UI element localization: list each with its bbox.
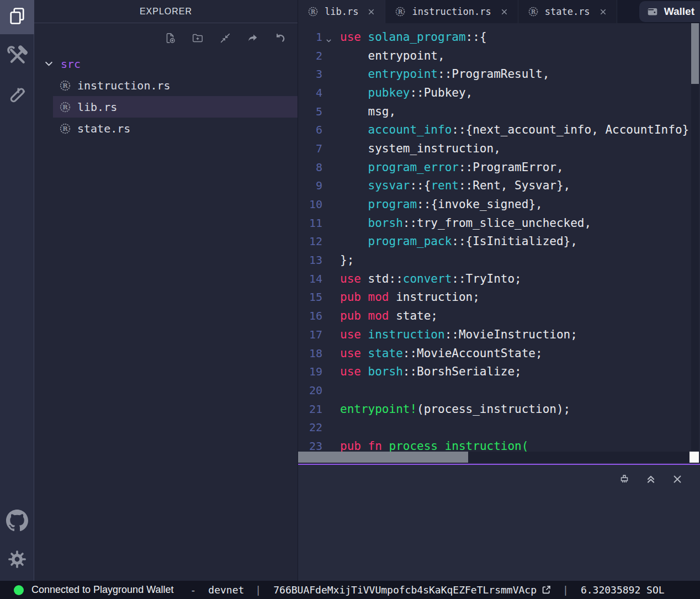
svg-text:R: R [311, 8, 316, 15]
file-tree: src Rinstruction.rsRlib.rsRstate.rs [34, 53, 298, 139]
tab-close-icon[interactable] [367, 8, 375, 16]
cluster-name[interactable]: devnet [208, 584, 244, 596]
tree-file-state.rs[interactable]: Rstate.rs [53, 118, 298, 139]
close-terminal-button[interactable] [671, 473, 683, 485]
fold-gutter [322, 214, 335, 232]
code-text: use std::convert::TryInto; [335, 272, 522, 285]
explorer-toolbar [34, 23, 298, 49]
tab-close-icon[interactable] [500, 8, 508, 16]
chevron-down-icon [44, 59, 54, 68]
code-text: entrypoint!(process_instruction); [335, 402, 570, 416]
svg-text:R: R [398, 8, 403, 15]
line-number: 2 [298, 49, 322, 62]
main-area: Rlib.rsRinstruction.rsRstate.rs Wallet 1… [298, 0, 700, 581]
terminal-panel [298, 464, 700, 581]
sidebar-item-explorer[interactable] [0, 0, 34, 34]
tab-lib.rs[interactable]: Rlib.rs [298, 0, 385, 23]
wallet-icon [646, 6, 659, 18]
code-line: 19use borsh::BorshSerialize; [298, 362, 691, 381]
collapse-folders-icon [219, 32, 231, 44]
file-label: lib.rs [77, 100, 117, 114]
github-icon [6, 510, 28, 534]
code-line: 18use state::MovieAccountState; [298, 344, 691, 363]
new-folder-button[interactable] [192, 32, 204, 44]
tree-folder-src[interactable]: src [34, 53, 298, 75]
code-line: 17use instruction::MovieInstruction; [298, 325, 691, 344]
code-editor[interactable]: 1use solana_program::{2 entrypoint,3 ent… [298, 23, 700, 464]
explorer-header: EXPLORER [34, 0, 298, 23]
files-icon [7, 6, 27, 28]
tab-instruction.rs[interactable]: Rinstruction.rs [385, 0, 518, 23]
solana-playground-window: EXPLORER [0, 0, 700, 599]
workbench: EXPLORER [0, 0, 700, 581]
line-number: 9 [298, 179, 322, 192]
rust-file-icon: R [59, 123, 71, 135]
undo-button[interactable] [274, 32, 287, 44]
line-number: 3 [298, 67, 322, 81]
code-text: system_instruction, [335, 142, 501, 155]
double-chevron-up-icon [645, 473, 657, 485]
code-text: use instruction::MovieInstruction; [335, 328, 577, 341]
maximize-terminal-button[interactable] [645, 473, 657, 485]
tab-strip: Rlib.rsRinstruction.rsRstate.rs [298, 0, 617, 23]
fold-gutter [322, 288, 335, 307]
fold-gutter [322, 306, 335, 325]
share-icon [247, 32, 259, 44]
tree-files: Rinstruction.rsRlib.rsRstate.rs [34, 75, 298, 139]
external-link-icon[interactable] [541, 585, 551, 595]
clear-terminal-button[interactable] [618, 473, 630, 485]
tree-file-lib.rs[interactable]: Rlib.rs [53, 96, 298, 118]
wallet-label: Wallet [664, 6, 694, 18]
line-number: 21 [298, 402, 322, 416]
code-line: 9 sysvar::{rent::Rent, Sysvar}, [298, 177, 691, 195]
fold-chevron-icon[interactable] [322, 28, 335, 46]
new-folder-icon [192, 32, 204, 44]
tab-state.rs[interactable]: Rstate.rs [518, 0, 617, 23]
code-line: 10 program::{invoke_signed}, [298, 195, 691, 214]
vertical-scrollbar[interactable] [691, 23, 699, 452]
rust-file-icon: R [307, 6, 319, 17]
line-number: 8 [298, 161, 322, 174]
separator: | [563, 584, 569, 596]
sidebar-item-build[interactable] [0, 40, 34, 74]
code-text: }; [335, 253, 354, 267]
file-label: instruction.rs [77, 79, 171, 92]
fold-gutter [322, 362, 335, 381]
wallet-button[interactable]: Wallet [639, 1, 700, 22]
sidebar-item-github[interactable] [0, 505, 34, 539]
test-tube-icon [6, 84, 28, 109]
share-button[interactable] [247, 32, 259, 44]
line-number: 23 [298, 439, 322, 453]
code-line: 11 borsh::try_from_slice_unchecked, [298, 214, 691, 232]
new-file-button[interactable] [164, 32, 176, 44]
svg-text:R: R [531, 8, 535, 15]
horizontal-scrollbar-thumb[interactable] [298, 452, 468, 463]
code-line: 15pub mod instruction; [298, 288, 691, 307]
fold-gutter [322, 65, 335, 83]
activity-bar [0, 0, 34, 581]
new-file-icon [164, 32, 176, 44]
svg-text:R: R [62, 103, 68, 110]
horizontal-scrollbar[interactable] [298, 452, 690, 463]
sidebar-item-test[interactable] [0, 79, 34, 114]
fold-gutter [322, 418, 335, 437]
sidebar-item-settings[interactable] [0, 543, 34, 577]
file-label: state.rs [77, 122, 130, 135]
code-text: pub mod instruction; [335, 290, 480, 304]
line-number: 10 [298, 198, 322, 211]
line-number: 11 [298, 216, 322, 230]
tree-file-instruction.rs[interactable]: Rinstruction.rs [53, 75, 298, 96]
line-number: 22 [298, 421, 322, 434]
line-number: 12 [298, 235, 322, 248]
fold-gutter [322, 344, 335, 363]
tab-close-icon[interactable] [599, 8, 607, 16]
line-number: 1 [298, 30, 322, 44]
line-number: 19 [298, 365, 322, 378]
line-number: 20 [298, 384, 322, 397]
fold-gutter [322, 83, 335, 102]
collapse-folders-button[interactable] [219, 32, 231, 44]
line-number: 16 [298, 309, 322, 322]
code-line: 5 msg, [298, 102, 691, 121]
wallet-address: 766BUAFdeMxijTiVVUmpofcb4sKaKqEZFeTLrsmm… [273, 584, 537, 596]
vertical-scrollbar-thumb[interactable] [691, 23, 699, 84]
